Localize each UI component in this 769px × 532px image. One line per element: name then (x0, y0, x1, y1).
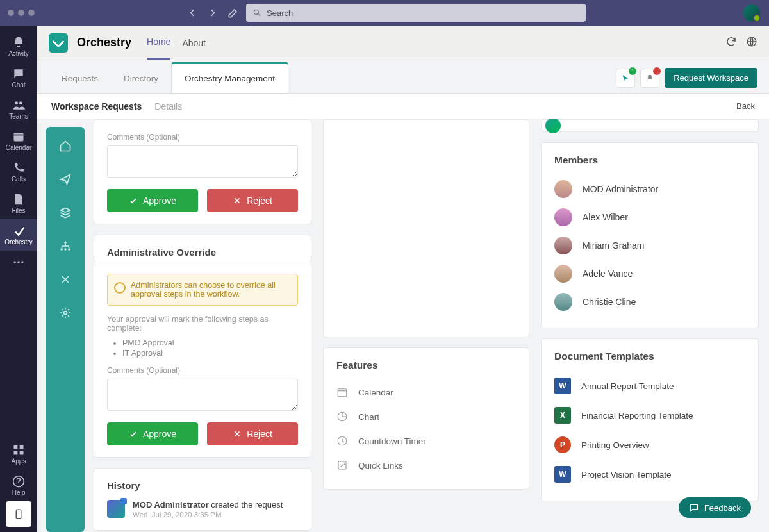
rail-activity[interactable]: Activity (0, 31, 37, 62)
member-item: Christie Cline (554, 288, 745, 316)
close-icon (233, 196, 242, 205)
approval-comments-input[interactable] (107, 145, 298, 178)
rail-chat[interactable]: Chat (0, 62, 37, 94)
tab-about[interactable]: About (182, 26, 206, 60)
comments-label: Comments (Optional) (107, 133, 298, 142)
documents-card: Document Templates WAnnual Report Templa… (541, 338, 759, 501)
app-name: Orchestry (77, 36, 131, 49)
override-reject-button[interactable]: Reject (207, 422, 298, 445)
rail-apps[interactable]: Apps (0, 438, 37, 470)
subtab-requests[interactable]: Requests (49, 64, 111, 93)
member-item: Adele Vance (554, 260, 745, 288)
avatar (554, 180, 572, 198)
svg-point-2 (19, 101, 22, 104)
rail-calendar[interactable]: Calendar (0, 125, 37, 156)
svg-point-4 (14, 261, 16, 263)
word-icon: W (554, 466, 571, 483)
doc-item[interactable]: WAnnual Report Template (554, 371, 745, 401)
svg-point-6 (21, 261, 23, 263)
side-gear-icon[interactable] (59, 306, 72, 322)
history-text: MOD Administrator created the request (133, 500, 283, 510)
override-help: Your approval will mark the following st… (107, 315, 298, 333)
history-item: MOD Administrator created the request We… (107, 500, 298, 519)
svg-point-16 (64, 248, 66, 250)
close-icon (233, 429, 242, 438)
word-icon: W (554, 378, 571, 394)
approve-button[interactable]: Approve (107, 189, 198, 212)
rail-help[interactable]: Help (0, 470, 37, 501)
side-stack-icon[interactable] (59, 206, 72, 222)
history-title: History (107, 480, 298, 491)
empty-panel (323, 119, 529, 337)
owner-strip (541, 119, 759, 132)
compose-icon[interactable] (227, 6, 240, 19)
calendar-icon (336, 387, 348, 398)
features-card: Features Calendar Chart Countdown Timer … (323, 347, 529, 490)
svg-rect-9 (14, 451, 18, 455)
doc-item[interactable]: PPrinting Overview (554, 430, 745, 460)
excel-icon: X (554, 407, 571, 424)
override-approve-button[interactable]: Approve (107, 422, 198, 445)
crumb-sub: Details (154, 101, 182, 112)
override-comments-label: Comments (Optional) (107, 366, 298, 375)
orchestry-logo (49, 33, 68, 53)
member-item: Miriam Graham (554, 231, 745, 260)
doc-item[interactable]: XFinancial Reporting Template (554, 401, 745, 430)
member-item: MOD Administrator (554, 175, 745, 203)
svg-rect-7 (14, 445, 18, 449)
chart-icon (336, 411, 348, 422)
svg-point-14 (64, 242, 66, 244)
feedback-button[interactable]: Feedback (679, 497, 751, 518)
svg-point-1 (15, 101, 18, 104)
search-icon (252, 8, 261, 17)
doc-item[interactable]: WProject Vision Template (554, 460, 745, 489)
subtab-management[interactable]: Orchestry Management (171, 62, 288, 93)
back-link[interactable]: Back (736, 101, 755, 111)
user-avatar[interactable] (743, 4, 760, 21)
globe-icon[interactable] (746, 36, 757, 50)
crumb-main: Workspace Requests (51, 101, 142, 112)
override-comments-input[interactable] (107, 379, 298, 411)
step-item: IT Approval (122, 348, 298, 358)
member-item: Alex Wilber (554, 203, 745, 231)
rail-orchestry[interactable]: Orchestry (0, 219, 37, 251)
feature-item: Chart (336, 404, 516, 429)
avatar (554, 293, 572, 311)
svg-point-17 (68, 248, 70, 250)
refresh-icon[interactable] (725, 36, 737, 50)
approval-card: Comments (Optional) Approve Reject (94, 119, 311, 224)
rail-calls[interactable]: Calls (0, 156, 37, 188)
breadcrumb: Workspace Requests Details Back (37, 94, 769, 119)
rail-teams[interactable]: Teams (0, 94, 37, 125)
side-network-icon[interactable] (59, 240, 72, 255)
nav-forward-icon[interactable] (206, 6, 219, 19)
feature-item: Quick Links (336, 453, 516, 478)
bell-button[interactable] (640, 69, 659, 88)
svg-rect-10 (20, 451, 24, 455)
clock-icon (336, 435, 348, 447)
search-input[interactable]: Search (246, 4, 586, 22)
nav-back-icon[interactable] (186, 6, 199, 19)
subtab-directory[interactable]: Directory (111, 64, 171, 93)
cursor-button[interactable]: 1 (616, 69, 635, 88)
side-home-icon[interactable] (59, 140, 72, 155)
reject-button[interactable]: Reject (207, 189, 298, 212)
tab-home[interactable]: Home (147, 26, 170, 60)
request-workspace-button[interactable]: Request Workspace (665, 68, 757, 88)
rail-more[interactable] (0, 251, 37, 274)
check-icon (129, 429, 138, 438)
rail-files[interactable]: Files (0, 188, 37, 219)
titlebar: Search (0, 0, 769, 26)
svg-rect-12 (16, 510, 21, 519)
rail-device-icon[interactable] (6, 501, 31, 527)
window-controls[interactable] (8, 10, 35, 16)
sub-header: Requests Directory Orchestry Management … (37, 60, 769, 94)
side-tools-icon[interactable] (59, 273, 72, 288)
members-card: Members MOD Administrator Alex Wilber Mi… (541, 142, 759, 328)
history-card: History MOD Administrator created the re… (94, 468, 311, 531)
bell-icon (645, 74, 654, 83)
feature-item: Countdown Timer (336, 429, 516, 453)
side-send-icon[interactable] (59, 173, 72, 188)
orchestry-sidebar (46, 127, 85, 532)
features-title: Features (336, 360, 516, 371)
